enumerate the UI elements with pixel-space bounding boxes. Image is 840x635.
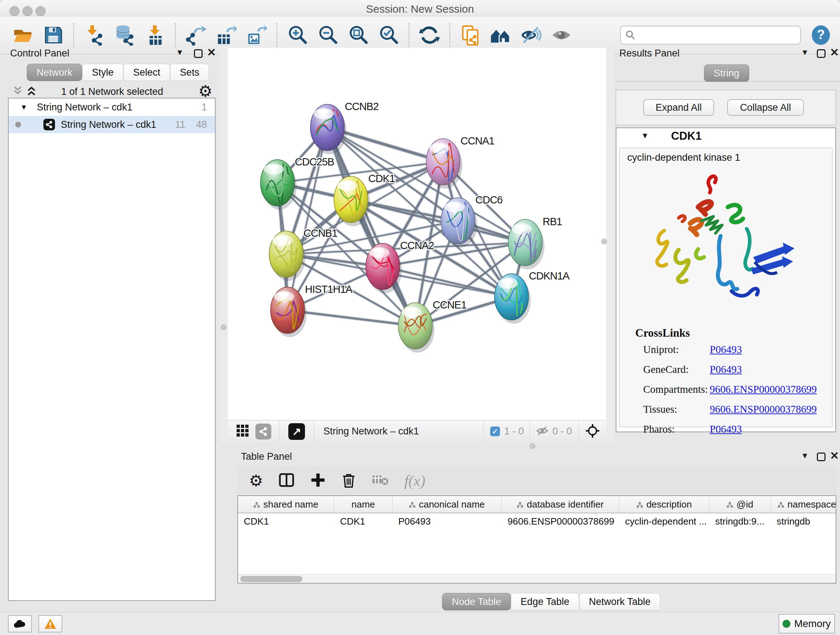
expand-all-tree-icon[interactable] bbox=[26, 86, 37, 98]
column-header-shared-name[interactable]: shared name bbox=[238, 496, 334, 513]
expand-all-button[interactable]: Expand All bbox=[643, 99, 714, 116]
column-header-name[interactable]: name bbox=[334, 496, 393, 513]
column-header-canonical-name[interactable]: canonical name bbox=[393, 496, 502, 513]
warnings-button[interactable] bbox=[38, 615, 62, 632]
node-CCNA2[interactable] bbox=[366, 243, 402, 293]
crosslink-label: Uniprot: bbox=[643, 344, 710, 356]
network-collection-row[interactable]: ▼ String Network – cdk1 1 bbox=[9, 98, 215, 116]
results-panel-close-icon[interactable]: ✕ bbox=[830, 48, 839, 57]
cloud-button[interactable] bbox=[8, 615, 32, 632]
crosslink-link[interactable]: P06493 bbox=[710, 423, 742, 435]
add-column-icon[interactable] bbox=[310, 472, 326, 489]
node-CDC6[interactable] bbox=[441, 195, 477, 248]
tab-select[interactable]: Select bbox=[123, 64, 170, 81]
table-header-row: shared namenamecanonical namedatabase id… bbox=[238, 496, 836, 513]
gene-disclosure-triangle-icon[interactable]: ▼ bbox=[641, 132, 649, 140]
zoom-selected-icon[interactable] bbox=[378, 25, 399, 46]
collapse-all-button[interactable]: Collapse All bbox=[727, 99, 804, 116]
right-splitter[interactable] bbox=[606, 48, 614, 442]
clone-network-icon[interactable] bbox=[460, 25, 481, 46]
network-view-title: String Network – cdk1 bbox=[324, 426, 419, 437]
control-panel-menu-icon[interactable]: ▼ bbox=[176, 49, 184, 57]
table-cell[interactable]: stringdb bbox=[771, 513, 836, 529]
network-canvas[interactable]: CCNB2CCNA1CDC25BCDK1CDC6RB1CCNB1CCNA2CDK… bbox=[228, 48, 606, 420]
selected-counts: 1 - 0 bbox=[504, 426, 524, 437]
tab-style[interactable]: Style bbox=[82, 64, 123, 81]
tab-node-table[interactable]: Node Table bbox=[442, 593, 511, 610]
horizontal-splitter-handle[interactable] bbox=[530, 443, 535, 449]
node-HIST1H1A[interactable] bbox=[271, 287, 307, 338]
table-panel-menu-icon[interactable]: ▼ bbox=[801, 452, 809, 460]
tab-sets[interactable]: Sets bbox=[170, 64, 209, 81]
table-cell[interactable]: P06493 bbox=[393, 513, 502, 529]
zoom-out-icon[interactable] bbox=[317, 25, 338, 46]
node-label: RB1 bbox=[543, 216, 562, 227]
node-CCNB1[interactable] bbox=[269, 231, 305, 281]
table-panel-close-icon[interactable]: ✕ bbox=[830, 451, 839, 461]
right-splitter-handle[interactable] bbox=[601, 239, 607, 244]
node-CCNB2[interactable] bbox=[310, 104, 347, 154]
results-panel-float-icon[interactable] bbox=[817, 49, 826, 58]
node-CCNE1[interactable] bbox=[398, 302, 434, 353]
namespace-icon bbox=[778, 499, 784, 510]
column-header-@id[interactable]: @id bbox=[709, 496, 771, 513]
table-tabs: Node TableEdge TableNetwork Table bbox=[442, 593, 660, 610]
disclosure-triangle-icon[interactable]: ▼ bbox=[20, 103, 27, 111]
zoom-in-icon[interactable] bbox=[287, 25, 308, 46]
birdseye-view-icon[interactable]: ↗ bbox=[288, 423, 305, 440]
table-panel-float-icon[interactable] bbox=[817, 453, 826, 461]
import-table-from-file-icon[interactable] bbox=[144, 25, 165, 46]
selected-nodes-checkbox[interactable]: ✓ bbox=[490, 426, 500, 436]
import-network-from-database-icon[interactable] bbox=[114, 25, 135, 46]
network-view-icon[interactable] bbox=[256, 424, 271, 440]
column-header-description[interactable]: description bbox=[619, 496, 709, 513]
table-cell[interactable]: CDK1 bbox=[334, 513, 393, 529]
open-session-icon[interactable] bbox=[12, 25, 33, 46]
crosslink-row: Compartments:9606.ENSP00000378699 bbox=[643, 379, 828, 399]
crosslink-link[interactable]: P06493 bbox=[710, 363, 742, 375]
collapse-all-tree-icon[interactable] bbox=[12, 86, 23, 98]
refresh-icon[interactable] bbox=[419, 25, 440, 46]
import-network-from-file-icon[interactable] bbox=[84, 25, 104, 46]
tab-network[interactable]: Network bbox=[27, 64, 82, 81]
table-body: CDK1CDK1P064939606.ENSP00000378699cyclin… bbox=[238, 513, 836, 529]
save-session-icon[interactable] bbox=[43, 25, 64, 46]
memory-button[interactable]: Memory bbox=[778, 614, 835, 633]
tab-network-table[interactable]: Network Table bbox=[579, 593, 660, 610]
table-cell[interactable]: stringdb:9... bbox=[709, 513, 771, 529]
table-cell[interactable]: cyclin-dependent ... bbox=[619, 513, 709, 529]
tab-edge-table[interactable]: Edge Table bbox=[511, 593, 579, 610]
table-cell[interactable]: CDK1 bbox=[238, 513, 334, 529]
crosslink-link[interactable]: P06493 bbox=[710, 344, 742, 356]
crosslink-link[interactable]: 9606.ENSP00000378699 bbox=[710, 383, 817, 395]
export-table-icon[interactable] bbox=[216, 25, 237, 46]
crosshair-icon[interactable] bbox=[584, 423, 600, 440]
node-CDKN1A[interactable] bbox=[494, 274, 531, 324]
delete-column-icon[interactable] bbox=[341, 472, 356, 490]
control-panel-float-icon[interactable] bbox=[194, 49, 202, 58]
select-columns-icon[interactable] bbox=[278, 472, 295, 489]
network-row[interactable]: String Network – cdk1 11 48 bbox=[9, 116, 215, 133]
hide-selected-icon[interactable] bbox=[521, 25, 542, 46]
export-network-icon[interactable] bbox=[185, 25, 206, 46]
crosslink-link[interactable]: 9606.ENSP00000378699 bbox=[710, 403, 817, 415]
network-options-gear-icon[interactable]: ⚙ bbox=[198, 83, 212, 99]
control-panel-close-icon[interactable]: ✕ bbox=[207, 48, 216, 57]
horizontal-scrollbar-thumb[interactable] bbox=[240, 576, 302, 582]
left-splitter[interactable] bbox=[219, 48, 228, 442]
results-panel-menu-icon[interactable]: ▼ bbox=[801, 49, 809, 57]
search-input[interactable] bbox=[620, 26, 801, 44]
tab-string[interactable]: String bbox=[704, 65, 749, 82]
table-options-gear-icon[interactable]: ⚙ bbox=[249, 473, 263, 489]
table-cell[interactable]: 9606.ENSP00000378699 bbox=[502, 513, 619, 529]
column-header-database-identifier[interactable]: database identifier bbox=[502, 496, 619, 513]
grid-view-icon[interactable] bbox=[236, 424, 249, 439]
column-header-namespace[interactable]: namespace bbox=[771, 496, 836, 513]
help-icon[interactable]: ? bbox=[810, 25, 831, 46]
node-RB1[interactable] bbox=[508, 219, 545, 269]
horizontal-scrollbar[interactable] bbox=[238, 574, 836, 584]
export-image-icon[interactable] bbox=[246, 25, 267, 46]
first-neighbors-icon[interactable] bbox=[490, 25, 511, 46]
zoom-fit-content-icon[interactable] bbox=[347, 25, 369, 46]
left-splitter-handle[interactable] bbox=[221, 325, 226, 330]
